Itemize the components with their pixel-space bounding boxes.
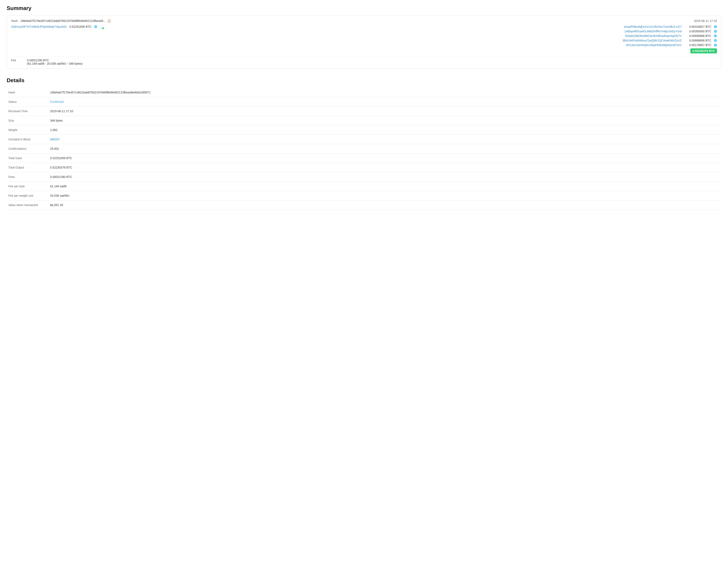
details-row-10: Fee per byte61.149 sat/B	[7, 182, 721, 191]
fee-label: Fee	[11, 59, 24, 62]
details-title: Details	[7, 77, 721, 84]
details-section: Details Hash196eba07f176e457c48216ab87b5…	[7, 77, 721, 210]
output-addr-2[interactable]: 3Gta6s2b63Ke68Z4m61NfGwfoqcHqGfo7V	[625, 34, 682, 38]
details-row-3: Size348 bytes	[7, 116, 721, 125]
details-label-11: Fee per weight unit	[7, 191, 48, 201]
output-amount-2: 0.00695886 BTC	[684, 34, 711, 38]
tx-total: 0.52230376 BTC	[108, 48, 717, 53]
details-label-9: Fees	[7, 172, 48, 182]
details-value-3: 348 bytes	[48, 116, 721, 125]
tx-outputs: 1AupRNbu8qEeXx12LVRxXeJ7um3BJLrnZ7 0.003…	[108, 25, 717, 53]
status-confirmed-badge: Confirmed	[50, 100, 64, 104]
fee-line1: 0.00021280 BTC	[27, 59, 82, 62]
details-label-6: Confirmations	[7, 144, 48, 154]
hash-short-value: 196eba07f176e457c48216ab87b52197848f8b4f…	[20, 19, 106, 23]
output-amount-4: 0.50176857 BTC	[684, 43, 711, 47]
details-row-12: Value when transacted$4,057.29	[7, 201, 721, 210]
copy-icon[interactable]: 📋	[107, 19, 111, 23]
tx-arrow: ➜	[101, 25, 104, 31]
output-addr-0[interactable]: 1AupRNbu8qEeXx12LVRxXeJ7um3BJLrnZ7	[624, 25, 682, 28]
details-value-5[interactable]: 580267	[48, 135, 721, 144]
details-label-1: Status	[7, 97, 48, 107]
details-label-7: Total Input	[7, 154, 48, 163]
output-amount-1: 0.00350000 BTC	[684, 30, 711, 33]
summary-hash-row: Hash 196eba07f176e457c48216ab87b52197848…	[11, 19, 717, 23]
details-table: Hash196eba07f176e457c48216ab87b52197848f…	[7, 88, 721, 210]
details-label-8: Total Output	[7, 163, 48, 172]
fee-row: Fee 0.00021280 BTC (61.149 sat/B - 20.03…	[11, 57, 717, 65]
total-badge: 0.52230376 BTC	[690, 48, 717, 53]
details-value-10: 61.149 sat/B	[48, 182, 721, 191]
details-value-8: 0.52230376 BTC	[48, 163, 721, 172]
details-row-4: Weight1,062	[7, 125, 721, 135]
output-row-0: 1AupRNbu8qEeXx12LVRxXeJ7um3BJLrnZ7 0.003…	[108, 25, 717, 28]
tx-flow: 33drUaJDF7H7xMb3UPhjzNWqK7rkju4tZn 0.522…	[11, 25, 717, 53]
output-globe-1: 🌐	[714, 30, 717, 33]
output-globe-0: 🌐	[714, 25, 717, 28]
details-value-12: $4,057.29	[48, 201, 721, 210]
output-globe-3: 🌐	[714, 39, 717, 42]
details-row-1: StatusConfirmed	[7, 97, 721, 107]
output-row-2: 3Gta6s2b63Ke68Z4m61NfGwfoqcHqGfo7V 0.006…	[108, 34, 717, 38]
details-row-0: Hash196eba07f176e457c48216ab87b52197848f…	[7, 88, 721, 97]
details-value-6: 25,501	[48, 144, 721, 154]
summary-box: Hash 196eba07f176e457c48216ab87b52197848…	[7, 16, 721, 69]
details-value-0: 196eba07f176e457c48216ab87b52197848f8b4f…	[48, 88, 721, 97]
details-value-9: 0.00021280 BTC	[48, 172, 721, 182]
output-row-3: 3BAXA6YotAWouuTyaQMrJ1jC4uaKWnZnUZ 0.006…	[108, 39, 717, 42]
fee-details: 0.00021280 BTC (61.149 sat/B - 20.038 sa…	[27, 59, 82, 65]
details-label-2: Received Time	[7, 107, 48, 116]
details-value-4: 1,062	[48, 125, 721, 135]
output-globe-2: 🌐	[714, 34, 717, 37]
details-label-0: Hash	[7, 88, 48, 97]
details-row-7: Total Input0.52251656 BTC	[7, 154, 721, 163]
input-globe-icon: 🌐	[94, 25, 97, 28]
details-value-2: 2019-06-11 17:10	[48, 107, 721, 116]
details-label-4: Weight	[7, 125, 48, 135]
details-value-7: 0.52251656 BTC	[48, 154, 721, 163]
details-label-10: Fee per byte	[7, 182, 48, 191]
details-value-1: Confirmed	[48, 97, 721, 107]
arrow-icon: ➜	[101, 25, 104, 31]
output-row-1: 1ABxjoM6XywDLRkbDHfNvYn6jcUxEiyYmd 0.003…	[108, 30, 717, 33]
details-row-5: Included in Block580267	[7, 135, 721, 144]
details-label-12: Value when transacted	[7, 201, 48, 210]
output-globe-4: 🌐	[714, 44, 717, 47]
block-link-5[interactable]: 580267	[50, 138, 60, 141]
output-addr-4[interactable]: 3FGJec1bmNQih1AbpHtNfz6bjNKjm87Gr1	[626, 43, 682, 47]
summary-hash-left: Hash 196eba07f176e457c48216ab87b52197848…	[11, 19, 111, 23]
details-label-5: Included in Block	[7, 135, 48, 144]
details-row-6: Confirmations25,501	[7, 144, 721, 154]
output-row-4: 3FGJec1bmNQih1AbpHtNfz6bjNKjm87Gr1 0.501…	[108, 43, 717, 47]
output-addr-1[interactable]: 1ABxjoM6XywDLRkbDHfNvYn6jcUxEiyYmd	[624, 30, 682, 33]
details-row-8: Total Output0.52230376 BTC	[7, 163, 721, 172]
details-row-9: Fees0.00021280 BTC	[7, 172, 721, 182]
summary-timestamp: 2019-06-11 17:10	[694, 19, 717, 23]
details-value-11: 20.038 sat/WU	[48, 191, 721, 201]
input-address[interactable]: 33drUaJDF7H7xMb3UPhjzNWqK7rkju4tZn	[11, 25, 67, 28]
details-row-2: Received Time2019-06-11 17:10	[7, 107, 721, 116]
tx-inputs: 33drUaJDF7H7xMb3UPhjzNWqK7rkju4tZn 0.522…	[11, 25, 97, 29]
details-label-3: Size	[7, 116, 48, 125]
details-row-11: Fee per weight unit20.038 sat/WU	[7, 191, 721, 201]
fee-line2: (61.149 sat/B - 20.038 sat/WU - 348 byte…	[27, 62, 82, 65]
input-row: 33drUaJDF7H7xMb3UPhjzNWqK7rkju4tZn 0.522…	[11, 25, 97, 28]
output-addr-3[interactable]: 3BAXA6YotAWouuTyaQMrJ1jC4uaKWnZnUZ	[622, 39, 682, 42]
summary-title: Summary	[7, 5, 721, 11]
output-amount-3: 0.00688806 BTC	[684, 39, 711, 42]
hash-label: Hash	[11, 19, 18, 23]
summary-section: Summary Hash 196eba07f176e457c48216ab87b…	[7, 5, 721, 69]
output-amount-0: 0.00318827 BTC	[684, 25, 711, 28]
input-amount: 0.52251656 BTC	[70, 25, 92, 28]
